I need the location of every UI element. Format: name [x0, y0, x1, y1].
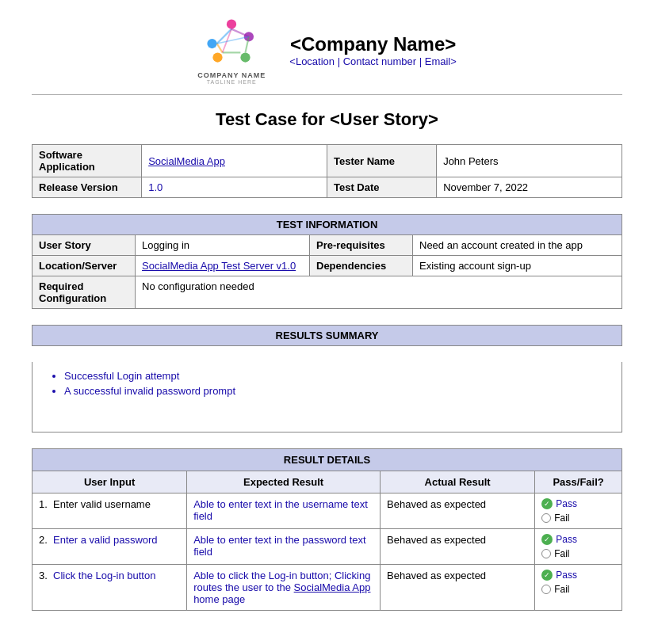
svg-line-7: [217, 44, 223, 52]
user-story-label: User Story: [33, 235, 136, 256]
results-summary-header-row: RESULTS SUMMARY: [33, 326, 622, 346]
required-config-label: Required Configuration: [33, 276, 136, 309]
logo-area: COMPANY NAME TAGLINE HERE: [197, 16, 266, 85]
result-row-3-actual: Behaved as expected: [381, 565, 535, 611]
result-row-1-actual: Behaved as expected: [381, 493, 535, 529]
header-divider: [32, 94, 622, 95]
result-row-2-passfail: ✓ Pass Fail: [535, 529, 622, 565]
test-date-label: Test Date: [327, 177, 436, 198]
result-details-header-row: RESULT DETAILS: [33, 449, 622, 471]
result-row-1-input: 1. Enter valid username: [33, 493, 187, 529]
result-row-2-input: 2. Enter a valid password: [33, 529, 187, 565]
prereqs-value: Need an account created in the app: [413, 235, 622, 256]
results-summary-title: RESULTS SUMMARY: [33, 326, 622, 346]
prereqs-label: Pre-requisites: [310, 235, 413, 256]
check-icon-1: ✓: [541, 498, 553, 509]
test-info-row-1: User Story Logging in Pre-requisites Nee…: [33, 235, 622, 256]
result-details-table: RESULT DETAILS User Input Expected Resul…: [32, 448, 622, 611]
dependencies-value: Existing account sign-up: [413, 256, 622, 276]
fail-label-1: Fail: [554, 513, 569, 524]
col-actual: Actual Result: [381, 471, 535, 493]
result-row-1: 1. Enter valid username Able to enter te…: [33, 493, 622, 529]
logo-tagline: TAGLINE HERE: [207, 79, 257, 85]
pass-label-2: Pass: [556, 534, 577, 545]
test-info-section-title: TEST INFORMATION: [33, 215, 622, 235]
release-version-value: 1.0: [142, 177, 327, 198]
check-icon-2: ✓: [541, 534, 553, 545]
check-icon-3: ✓: [541, 570, 553, 581]
fail-row-1: Fail: [541, 513, 615, 524]
svg-point-1: [208, 39, 217, 48]
col-expected: Expected Result: [187, 471, 381, 493]
info-table: Software Application SocialMedia App Tes…: [32, 144, 622, 198]
pass-row-2: ✓ Pass: [541, 534, 615, 545]
pass-fail-group-1: ✓ Pass Fail: [541, 498, 615, 524]
svg-point-0: [227, 19, 236, 29]
test-info-header-row: TEST INFORMATION: [33, 215, 622, 235]
location-value: SocialMedia App Test Server v1.0: [136, 256, 310, 276]
page-title: Test Case for <User Story>: [32, 109, 622, 130]
pass-label-1: Pass: [556, 498, 577, 509]
result-row-3-input: 3. Click the Log-in button: [33, 565, 187, 611]
fail-label-2: Fail: [554, 548, 569, 559]
test-information-table: TEST INFORMATION User Story Logging in P…: [32, 214, 622, 309]
test-info-row-3: Required Configuration No configuration …: [33, 276, 622, 309]
pass-label-3: Pass: [556, 570, 577, 581]
results-summary-item-2: A successful invalid password prompt: [64, 385, 606, 397]
fail-row-3: Fail: [541, 584, 615, 595]
pass-fail-group-2: ✓ Pass Fail: [541, 534, 615, 559]
release-version-label: Release Version: [33, 177, 142, 198]
company-logo: [204, 16, 259, 71]
tester-name-label: Tester Name: [327, 145, 436, 177]
software-app-value: SocialMedia App: [142, 145, 327, 177]
test-date-value: November 7, 2022: [437, 177, 622, 198]
required-config-value: No configuration needed: [136, 276, 622, 309]
contact-line: <Location | Contact number | Email>: [289, 55, 457, 67]
results-summary-table: RESULTS SUMMARY: [32, 325, 622, 346]
location-label: Location/Server: [33, 256, 136, 276]
result-row-3: 3. Click the Log-in button Able to click…: [33, 565, 622, 611]
dependencies-label: Dependencies: [310, 256, 413, 276]
radio-fail-1: [541, 513, 551, 523]
result-details-section-title: RESULT DETAILS: [33, 449, 622, 471]
results-summary-item-1: Successful Login attempt: [64, 370, 606, 382]
fail-row-2: Fail: [541, 548, 615, 559]
radio-fail-3: [541, 585, 551, 594]
pass-row-3: ✓ Pass: [541, 570, 615, 581]
info-row-2: Release Version 1.0 Test Date November 7…: [33, 177, 622, 198]
svg-point-3: [213, 52, 223, 62]
result-row-1-passfail: ✓ Pass Fail: [535, 493, 622, 529]
pass-row-1: ✓ Pass: [541, 498, 615, 509]
results-summary-list: Successful Login attempt A successful in…: [48, 370, 606, 397]
results-summary-content: Successful Login attempt A successful in…: [32, 362, 622, 433]
result-row-2-actual: Behaved as expected: [381, 529, 535, 565]
header-text-block: <Company Name> <Location | Contact numbe…: [289, 33, 457, 67]
pass-fail-group-3: ✓ Pass Fail: [541, 570, 615, 595]
software-app-label: Software Application: [33, 145, 142, 177]
col-user-input: User Input: [33, 471, 187, 493]
result-row-2-expected: Able to enter text in the password text …: [187, 529, 381, 565]
result-details-col-headers: User Input Expected Result Actual Result…: [33, 471, 622, 493]
tester-name-value: John Peters: [437, 145, 622, 177]
result-row-2: 2. Enter a valid password Able to enter …: [33, 529, 622, 565]
radio-fail-2: [541, 549, 551, 558]
info-row-1: Software Application SocialMedia App Tes…: [33, 145, 622, 177]
result-row-3-expected: Able to click the Log-in button; Clickin…: [187, 565, 381, 611]
test-info-row-2: Location/Server SocialMedia App Test Ser…: [33, 256, 622, 276]
result-row-3-passfail: ✓ Pass Fail: [535, 565, 622, 611]
company-name-heading: <Company Name>: [289, 33, 457, 55]
fail-label-3: Fail: [554, 584, 569, 595]
user-story-value: Logging in: [136, 235, 310, 256]
svg-point-2: [241, 52, 251, 62]
page-header: COMPANY NAME TAGLINE HERE <Company Name>…: [32, 16, 622, 85]
result-row-1-expected: Able to enter text in the username text …: [187, 493, 381, 529]
logo-company-name: COMPANY NAME: [197, 71, 266, 79]
col-passfail: Pass/Fail?: [535, 471, 622, 493]
